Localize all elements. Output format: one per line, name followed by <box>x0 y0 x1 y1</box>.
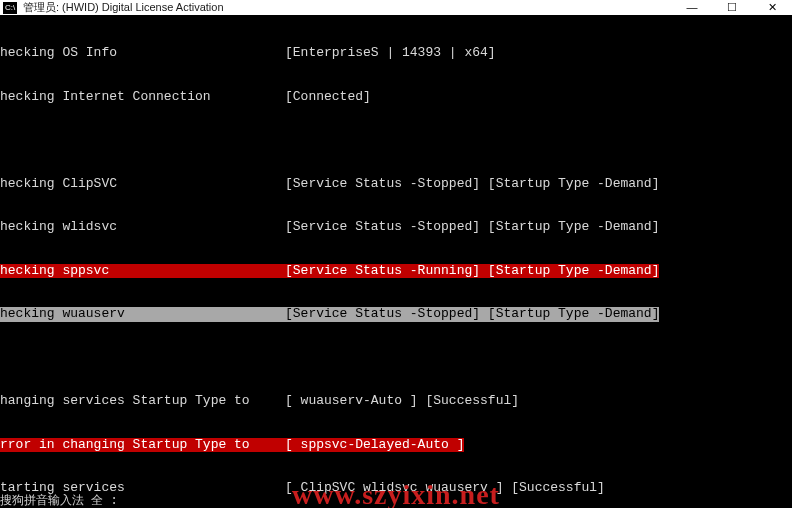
window-titlebar: C:\ 管理员: (HWID) Digital License Activati… <box>0 0 792 15</box>
ime-status: 搜狗拼音输入法 全 : <box>0 494 118 509</box>
cmd-icon: C:\ <box>3 2 17 14</box>
terminal-output: hecking OS Info[EnterpriseS | 14393 | x6… <box>0 15 792 508</box>
starting-value: [ ClipSVC wlidsvc wuauserv ] [Successful… <box>285 481 605 496</box>
change-startup-label: hanging services Startup Type to <box>0 394 285 409</box>
osinfo-label: hecking OS Info <box>0 46 285 61</box>
sppsvc-label: hecking sppsvc <box>0 264 285 279</box>
maximize-button[interactable]: ☐ <box>712 0 752 15</box>
wlidsvc-label: hecking wlidsvc <box>0 220 285 235</box>
osinfo-value: [EnterpriseS | 14393 | x64] <box>285 46 496 61</box>
window-title: 管理员: (HWID) Digital License Activation <box>23 0 224 15</box>
minimize-button[interactable]: — <box>672 0 712 15</box>
close-button[interactable]: ✕ <box>752 0 792 15</box>
window-buttons: — ☐ ✕ <box>672 0 792 15</box>
clipsvc-label: hecking ClipSVC <box>0 177 285 192</box>
net-value: [Connected] <box>285 90 371 105</box>
wuauserv-value: [Service Status -Stopped] [Startup Type … <box>285 307 659 322</box>
net-label: hecking Internet Connection <box>0 90 285 105</box>
wuauserv-label: hecking wuauserv <box>0 307 285 322</box>
sppsvc-value: [Service Status -Running] [Startup Type … <box>285 264 659 279</box>
change-startup-value: [ wuauserv-Auto ] [Successful] <box>285 394 519 409</box>
error-startup-value: [ sppsvc-Delayed-Auto ] <box>285 438 464 453</box>
error-startup-label: rror in changing Startup Type to <box>0 438 285 453</box>
wlidsvc-value: [Service Status -Stopped] [Startup Type … <box>285 220 659 235</box>
clipsvc-value: [Service Status -Stopped] [Startup Type … <box>285 177 659 192</box>
